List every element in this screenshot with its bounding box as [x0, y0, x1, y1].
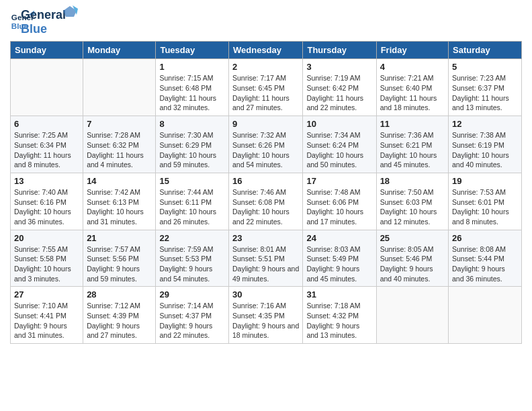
day-number: 28: [87, 289, 152, 300]
calendar-cell: [11, 59, 83, 116]
weekday-header-wednesday: Wednesday: [229, 42, 303, 59]
week-row-4: 20Sunrise: 7:55 AMSunset: 5:58 PMDayligh…: [11, 230, 522, 287]
calendar-page: General Blue General Blue: [0, 0, 532, 351]
day-number: 12: [452, 119, 518, 129]
day-number: 9: [232, 119, 299, 129]
calendar-cell: 15Sunrise: 7:44 AMSunset: 6:11 PMDayligh…: [156, 173, 229, 230]
calendar-cell: 9Sunrise: 7:32 AMSunset: 6:26 PMDaylight…: [229, 116, 303, 173]
calendar-body: 1Sunrise: 7:15 AMSunset: 6:48 PMDaylight…: [11, 59, 522, 344]
weekday-header-saturday: Saturday: [449, 42, 522, 59]
day-info: Sunrise: 7:21 AMSunset: 6:40 PMDaylight:…: [380, 73, 445, 113]
day-info: Sunrise: 7:16 AMSunset: 4:35 PMDaylight:…: [232, 301, 299, 340]
day-info: Sunrise: 7:17 AMSunset: 6:45 PMDaylight:…: [232, 73, 299, 113]
calendar-header: SundayMondayTuesdayWednesdayThursdayFrid…: [11, 42, 522, 59]
week-row-3: 13Sunrise: 7:40 AMSunset: 6:16 PMDayligh…: [11, 173, 522, 230]
day-info: Sunrise: 7:38 AMSunset: 6:19 PMDaylight:…: [452, 130, 518, 170]
calendar-cell: [449, 287, 522, 344]
day-number: 30: [232, 289, 299, 300]
day-number: 24: [306, 233, 372, 243]
calendar-cell: [83, 59, 156, 116]
day-number: 21: [87, 233, 152, 243]
day-info: Sunrise: 7:28 AMSunset: 6:32 PMDaylight:…: [87, 130, 152, 170]
day-info: Sunrise: 7:14 AMSunset: 4:37 PMDaylight:…: [159, 301, 225, 340]
day-number: 6: [14, 119, 79, 129]
day-info: Sunrise: 8:08 AMSunset: 5:44 PMDaylight:…: [452, 244, 518, 284]
calendar-cell: 18Sunrise: 7:50 AMSunset: 6:03 PMDayligh…: [376, 173, 448, 230]
day-number: 14: [87, 176, 152, 186]
calendar-cell: 31Sunrise: 7:18 AMSunset: 4:32 PMDayligh…: [303, 287, 376, 344]
day-number: 25: [380, 233, 445, 243]
day-number: 23: [232, 233, 299, 243]
day-info: Sunrise: 7:40 AMSunset: 6:16 PMDaylight:…: [14, 187, 79, 227]
day-info: Sunrise: 8:03 AMSunset: 5:49 PMDaylight:…: [306, 244, 372, 284]
logo-blue: Blue: [21, 22, 66, 36]
day-number: 10: [306, 119, 372, 129]
day-info: Sunrise: 7:19 AMSunset: 6:42 PMDaylight:…: [306, 73, 372, 113]
day-info: Sunrise: 7:25 AMSunset: 6:34 PMDaylight:…: [14, 130, 79, 170]
calendar-cell: 11Sunrise: 7:36 AMSunset: 6:21 PMDayligh…: [376, 116, 448, 173]
weekday-header-sunday: Sunday: [11, 42, 83, 59]
day-number: 22: [159, 233, 225, 243]
day-number: 4: [380, 62, 445, 72]
day-number: 18: [380, 176, 445, 186]
day-number: 15: [159, 176, 225, 186]
day-info: Sunrise: 7:44 AMSunset: 6:11 PMDaylight:…: [159, 187, 225, 227]
calendar-cell: 3Sunrise: 7:19 AMSunset: 6:42 PMDaylight…: [303, 59, 376, 116]
week-row-5: 27Sunrise: 7:10 AMSunset: 4:41 PMDayligh…: [11, 287, 522, 344]
calendar-cell: 14Sunrise: 7:42 AMSunset: 6:13 PMDayligh…: [83, 173, 156, 230]
calendar-cell: 25Sunrise: 8:05 AMSunset: 5:46 PMDayligh…: [376, 230, 448, 287]
header: General Blue General Blue: [10, 7, 522, 36]
calendar-table: SundayMondayTuesdayWednesdayThursdayFrid…: [10, 41, 522, 344]
day-info: Sunrise: 7:57 AMSunset: 5:56 PMDaylight:…: [87, 244, 152, 284]
calendar-cell: 29Sunrise: 7:14 AMSunset: 4:37 PMDayligh…: [156, 287, 229, 344]
day-info: Sunrise: 7:42 AMSunset: 6:13 PMDaylight:…: [87, 187, 152, 227]
calendar-cell: 21Sunrise: 7:57 AMSunset: 5:56 PMDayligh…: [83, 230, 156, 287]
week-row-2: 6Sunrise: 7:25 AMSunset: 6:34 PMDaylight…: [11, 116, 522, 173]
calendar-cell: 1Sunrise: 7:15 AMSunset: 6:48 PMDaylight…: [156, 59, 229, 116]
calendar-cell: 6Sunrise: 7:25 AMSunset: 6:34 PMDaylight…: [11, 116, 83, 173]
calendar-cell: 19Sunrise: 7:53 AMSunset: 6:01 PMDayligh…: [449, 173, 522, 230]
day-number: 17: [306, 176, 372, 186]
day-info: Sunrise: 7:15 AMSunset: 6:48 PMDaylight:…: [159, 73, 225, 113]
day-info: Sunrise: 7:32 AMSunset: 6:26 PMDaylight:…: [232, 130, 299, 170]
calendar-cell: 26Sunrise: 8:08 AMSunset: 5:44 PMDayligh…: [449, 230, 522, 287]
day-info: Sunrise: 7:50 AMSunset: 6:03 PMDaylight:…: [380, 187, 445, 227]
day-info: Sunrise: 8:01 AMSunset: 5:51 PMDaylight:…: [232, 244, 299, 284]
day-number: 26: [452, 233, 518, 243]
logo-general: General: [21, 8, 66, 22]
calendar-cell: 20Sunrise: 7:55 AMSunset: 5:58 PMDayligh…: [11, 230, 83, 287]
weekday-header-row: SundayMondayTuesdayWednesdayThursdayFrid…: [11, 42, 522, 59]
calendar-cell: 8Sunrise: 7:30 AMSunset: 6:29 PMDaylight…: [156, 116, 229, 173]
day-info: Sunrise: 7:30 AMSunset: 6:29 PMDaylight:…: [159, 130, 225, 170]
calendar-cell: [376, 287, 448, 344]
week-row-1: 1Sunrise: 7:15 AMSunset: 6:48 PMDaylight…: [11, 59, 522, 116]
calendar-cell: 13Sunrise: 7:40 AMSunset: 6:16 PMDayligh…: [11, 173, 83, 230]
day-info: Sunrise: 7:12 AMSunset: 4:39 PMDaylight:…: [87, 301, 152, 340]
day-info: Sunrise: 7:53 AMSunset: 6:01 PMDaylight:…: [452, 187, 518, 227]
calendar-cell: 12Sunrise: 7:38 AMSunset: 6:19 PMDayligh…: [449, 116, 522, 173]
calendar-cell: 4Sunrise: 7:21 AMSunset: 6:40 PMDaylight…: [376, 59, 448, 116]
day-number: 31: [306, 289, 372, 300]
day-info: Sunrise: 7:23 AMSunset: 6:37 PMDaylight:…: [452, 73, 518, 113]
day-info: Sunrise: 7:10 AMSunset: 4:41 PMDaylight:…: [14, 301, 79, 340]
calendar-cell: 28Sunrise: 7:12 AMSunset: 4:39 PMDayligh…: [83, 287, 156, 344]
calendar-cell: 17Sunrise: 7:48 AMSunset: 6:06 PMDayligh…: [303, 173, 376, 230]
day-number: 19: [452, 176, 518, 186]
calendar-cell: 7Sunrise: 7:28 AMSunset: 6:32 PMDaylight…: [83, 116, 156, 173]
calendar-cell: 27Sunrise: 7:10 AMSunset: 4:41 PMDayligh…: [11, 287, 83, 344]
day-info: Sunrise: 7:36 AMSunset: 6:21 PMDaylight:…: [380, 130, 445, 170]
day-info: Sunrise: 7:55 AMSunset: 5:58 PMDaylight:…: [14, 244, 79, 284]
day-number: 2: [232, 62, 299, 72]
calendar-cell: 5Sunrise: 7:23 AMSunset: 6:37 PMDaylight…: [449, 59, 522, 116]
day-number: 16: [232, 176, 299, 186]
day-number: 11: [380, 119, 445, 129]
day-number: 1: [159, 62, 225, 72]
day-number: 29: [159, 289, 225, 300]
day-info: Sunrise: 7:34 AMSunset: 6:24 PMDaylight:…: [306, 130, 372, 170]
calendar-cell: 10Sunrise: 7:34 AMSunset: 6:24 PMDayligh…: [303, 116, 376, 173]
day-info: Sunrise: 8:05 AMSunset: 5:46 PMDaylight:…: [380, 244, 445, 284]
calendar-cell: 23Sunrise: 8:01 AMSunset: 5:51 PMDayligh…: [229, 230, 303, 287]
calendar-cell: 24Sunrise: 8:03 AMSunset: 5:49 PMDayligh…: [303, 230, 376, 287]
calendar-cell: 30Sunrise: 7:16 AMSunset: 4:35 PMDayligh…: [229, 287, 303, 344]
day-info: Sunrise: 7:46 AMSunset: 6:08 PMDaylight:…: [232, 187, 299, 227]
